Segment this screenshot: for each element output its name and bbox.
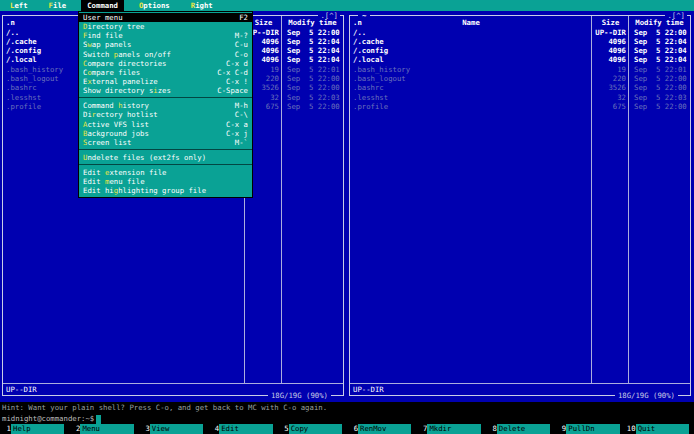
label-text: Command bbox=[83, 101, 118, 110]
menu-item[interactable]: Command historyM-h bbox=[79, 101, 252, 110]
fkey-button-renmov[interactable]: 6RenMov bbox=[347, 424, 416, 434]
file-row[interactable]: /.cache4096Sep 5 22:04 bbox=[350, 37, 690, 46]
menu-item-label: Command history bbox=[83, 101, 229, 110]
menu-item[interactable]: Directory hotlistC-\ bbox=[79, 110, 252, 119]
menu-item[interactable]: Edit highlighting group file bbox=[79, 186, 252, 195]
column-header-size[interactable]: Size bbox=[592, 18, 629, 28]
menu-item[interactable]: Active VFS listC-x a bbox=[79, 120, 252, 129]
menu-item[interactable]: Switch panels on/offC-o bbox=[79, 50, 252, 59]
file-mtime: Sep 5 22:00 bbox=[629, 83, 690, 92]
panel-left-freespace: 18G/19G (90%) bbox=[268, 391, 331, 400]
menu-item[interactable]: Compare directoriesC-x d bbox=[79, 59, 252, 68]
label-text: ackground jobs bbox=[87, 129, 149, 138]
menu-item[interactable]: Directory tree bbox=[79, 22, 252, 31]
menu-item-shortcut: C-u bbox=[235, 40, 248, 49]
fkey-button-quit[interactable]: 10Quit bbox=[625, 424, 694, 434]
file-size: 675 bbox=[592, 102, 629, 111]
menu-item-shortcut: M-` bbox=[235, 138, 248, 147]
text-cursor bbox=[96, 415, 101, 424]
menu-item[interactable]: Screen listM-` bbox=[79, 138, 252, 147]
column-header-mtime[interactable]: Modify time bbox=[629, 18, 690, 28]
menu-item-shortcut: C-x a bbox=[226, 120, 248, 129]
fkey-button-delete[interactable]: 8Delete bbox=[486, 424, 555, 434]
file-row[interactable]: .lesshst32Sep 5 22:03 bbox=[350, 93, 690, 102]
label-text: Edit hi bbox=[83, 186, 114, 195]
menu-item[interactable]: Background jobsC-x j bbox=[79, 129, 252, 138]
file-row[interactable]: .profile675Sep 5 22:00 bbox=[350, 102, 690, 111]
label-text: ctive VFS list bbox=[87, 120, 149, 129]
menu-item[interactable]: Edit extension file bbox=[79, 168, 252, 177]
menu-item[interactable]: Find fileM-? bbox=[79, 31, 252, 40]
fkey-button-pulldn[interactable]: 9PullDn bbox=[555, 424, 624, 434]
menubar-item-options[interactable]: Options bbox=[133, 0, 176, 11]
label-text: mpare files bbox=[92, 68, 140, 77]
file-mtime: Sep 5 22:03 bbox=[629, 93, 690, 102]
file-row[interactable]: /.local4096Sep 5 22:04 bbox=[350, 55, 690, 64]
menu-item-shortcut: C-Space bbox=[217, 86, 248, 95]
fkey-number: 8 bbox=[486, 424, 497, 434]
menu-item[interactable]: Swap panelsC-u bbox=[79, 40, 252, 49]
label-text: ternal panelize bbox=[92, 77, 158, 86]
menu-item[interactable]: Undelete files (ext2fs only) bbox=[79, 153, 252, 162]
file-row[interactable]: .bash_history19Sep 5 22:01 bbox=[350, 65, 690, 74]
function-key-bar: 1Help2Menu3View4Edit5Copy6RenMov7Mkdir8D… bbox=[0, 424, 694, 434]
file-mtime: Sep 5 22:00 bbox=[282, 102, 343, 111]
column-header-mtime[interactable]: Modify time bbox=[282, 18, 343, 28]
file-name: /.. bbox=[350, 28, 592, 37]
menubar-item-command[interactable]: Command bbox=[81, 0, 124, 11]
menu-item[interactable]: External panelizeC-x ! bbox=[79, 77, 252, 86]
label-text: irectory tree bbox=[87, 22, 144, 31]
panel-left-ministatus: UP--DIR bbox=[6, 385, 37, 394]
file-row[interactable]: .bashrc3526Sep 5 22:00 bbox=[350, 83, 690, 92]
menu-item-shortcut: C-x C-d bbox=[217, 68, 248, 77]
menu-item-label: Undelete files (ext2fs only) bbox=[83, 153, 242, 162]
menu-item-label: Show directory sizes bbox=[83, 86, 211, 95]
fkey-button-copy[interactable]: 5Copy bbox=[278, 424, 347, 434]
command-line[interactable]: midnight@commander:~$ bbox=[0, 413, 694, 424]
menu-item[interactable]: Compare filesC-x C-d bbox=[79, 68, 252, 77]
file-row[interactable]: /..UP--DIRSep 5 22:00 bbox=[350, 28, 690, 37]
command-dropdown-menu: User menuF2Directory treeFind fileM-?Swa… bbox=[78, 11, 253, 198]
menu-item-shortcut: M-h bbox=[235, 101, 248, 110]
fkey-number: 4 bbox=[208, 424, 219, 434]
fkey-button-mkdir[interactable]: 7Mkdir bbox=[416, 424, 485, 434]
menu-item[interactable]: Show directory sizesC-Space bbox=[79, 86, 252, 95]
menu-item-label: Find file bbox=[83, 31, 229, 40]
file-name: .profile bbox=[350, 102, 592, 111]
file-name: /.cache bbox=[350, 37, 592, 46]
file-size: 220 bbox=[592, 74, 629, 83]
fkey-number: 2 bbox=[69, 424, 80, 434]
label-text: enu file bbox=[109, 177, 144, 186]
label-text: ile bbox=[53, 1, 66, 10]
menu-item[interactable]: User menuF2 bbox=[79, 13, 252, 22]
menubar-item-right[interactable]: Right bbox=[185, 0, 219, 11]
column-header-name[interactable]: Name bbox=[350, 18, 592, 28]
file-row[interactable]: /.config4096Sep 5 22:04 bbox=[350, 46, 690, 55]
fkey-button-menu[interactable]: 2Menu bbox=[69, 424, 138, 434]
menubar-item-left[interactable]: Left bbox=[4, 0, 34, 11]
label-text: ser menu bbox=[87, 13, 122, 22]
menu-item-label: Compare directories bbox=[83, 59, 220, 68]
mc-screen: LeftFileCommandOptionsRight .[^] .n Name… bbox=[0, 0, 694, 434]
fkey-label: Mkdir bbox=[427, 424, 480, 434]
file-size: UP--DIR bbox=[592, 28, 629, 37]
menu-item-label: Active VFS list bbox=[83, 120, 220, 129]
file-size: 4096 bbox=[592, 55, 629, 64]
file-mtime: Sep 5 22:01 bbox=[629, 65, 690, 74]
fkey-button-edit[interactable]: 4Edit bbox=[208, 424, 277, 434]
fkey-label: Edit bbox=[219, 424, 272, 434]
menubar-item-file[interactable]: File bbox=[43, 0, 73, 11]
file-name: .bash_history bbox=[350, 65, 592, 74]
menu-item-shortcut: C-o bbox=[235, 50, 248, 59]
fkey-label: Delete bbox=[497, 424, 550, 434]
menu-item-label: Compare files bbox=[83, 68, 211, 77]
file-mtime: Sep 5 22:01 bbox=[282, 65, 343, 74]
fkey-button-view[interactable]: 3View bbox=[139, 424, 208, 434]
menu-item-shortcut: C-x ! bbox=[226, 77, 248, 86]
file-row[interactable]: .bash_logout220Sep 5 22:00 bbox=[350, 74, 690, 83]
fkey-button-help[interactable]: 1Help bbox=[0, 424, 69, 434]
menu-item-label: External panelize bbox=[83, 77, 220, 86]
label-text: istory bbox=[123, 101, 149, 110]
menu-separator bbox=[79, 162, 252, 168]
menu-item[interactable]: Edit menu file bbox=[79, 177, 252, 186]
